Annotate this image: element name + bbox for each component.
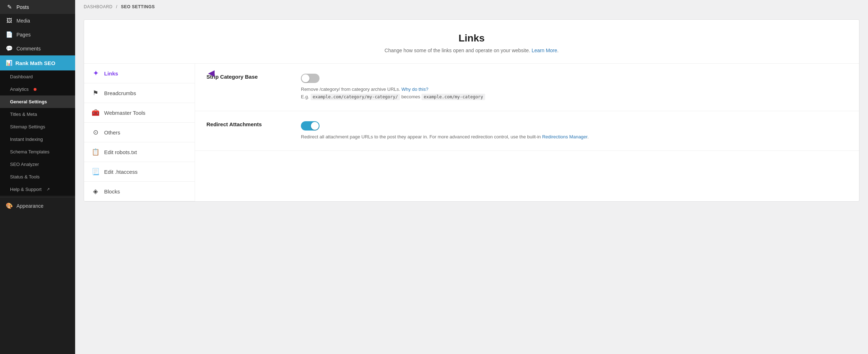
sidebar-item-rank-math[interactable]: 📊 Rank Math SEO	[0, 55, 75, 70]
page-title: Links	[93, 33, 850, 44]
settings-nav-edit-htaccess[interactable]: 📃 Edit .htaccess	[84, 162, 195, 182]
sidebar-item-titles-meta[interactable]: Titles & Meta	[0, 108, 75, 121]
sidebar-item-media[interactable]: 🖼 Media	[0, 14, 75, 28]
settings-nav-blocks[interactable]: ◈ Blocks	[84, 182, 195, 201]
setting-row-redirect-attachments: Redirect Attachments Redirect all attach…	[195, 111, 859, 151]
sidebar-divider	[0, 197, 75, 197]
links-arrow: ◀	[208, 69, 214, 78]
strip-category-label: Strip Category Base	[206, 74, 292, 80]
pages-icon: 📄	[6, 31, 13, 38]
main-content: DASHBOARD / SEO SETTINGS Links Change ho…	[75, 0, 868, 354]
content-wrapper: Links Change how some of the links open …	[75, 14, 868, 354]
strip-category-description: Remove /category/ from category archive …	[301, 86, 848, 101]
strip-category-toggle[interactable]	[301, 74, 320, 83]
media-icon: 🖼	[6, 18, 13, 24]
external-link-icon: ↗	[47, 187, 50, 192]
sidebar-item-help-support[interactable]: Help & Support ↗	[0, 183, 75, 196]
sidebar-item-appearance[interactable]: 🎨 Appearance	[0, 199, 75, 213]
rank-math-icon: 📊	[6, 60, 13, 66]
settings-nav-links[interactable]: ✦ Links ◀	[84, 64, 195, 83]
rank-math-submenu: Dashboard Analytics General Settings ➤ T…	[0, 70, 75, 196]
analytics-badge	[34, 88, 36, 91]
edit-htaccess-icon: 📃	[91, 168, 100, 176]
sidebar: ✎ Posts 🖼 Media 📄 Pages 💬 Comments 📊 Ran…	[0, 0, 75, 354]
page-header: Links Change how some of the links open …	[84, 20, 859, 64]
others-icon: ⊙	[91, 128, 100, 136]
settings-layout: ✦ Links ◀ ⚑ Breadcrumbs 🧰 Webmaster Tool…	[84, 64, 859, 201]
settings-panel: Links Change how some of the links open …	[84, 19, 859, 202]
posts-icon: ✎	[6, 4, 13, 10]
comments-icon: 💬	[6, 45, 13, 52]
redirect-attachments-thumb	[311, 122, 319, 130]
breadcrumb-dashboard[interactable]: DASHBOARD	[84, 4, 113, 9]
strip-category-thumb	[302, 74, 309, 82]
redirections-manager-link[interactable]: Redirections Manager	[542, 134, 587, 139]
sidebar-item-sitemap[interactable]: Sitemap Settings	[0, 121, 75, 133]
redirect-attachments-track	[301, 121, 320, 131]
redirect-attachments-description: Redirect all attachment page URLs to the…	[301, 133, 848, 141]
breadcrumb: DASHBOARD / SEO SETTINGS	[75, 0, 868, 14]
sidebar-item-schema-templates[interactable]: Schema Templates	[0, 146, 75, 158]
settings-content: Strip Category Base Remove /category/ fr…	[195, 64, 859, 201]
links-icon: ✦	[91, 69, 100, 77]
sidebar-item-dashboard[interactable]: Dashboard	[0, 70, 75, 83]
learn-more-link[interactable]: Learn More	[532, 48, 557, 53]
redirect-attachments-label: Redirect Attachments	[206, 121, 292, 127]
breadcrumb-separator: /	[116, 4, 117, 9]
settings-nav-others[interactable]: ⊙ Others	[84, 123, 195, 142]
breadcrumb-current: SEO SETTINGS	[121, 4, 155, 9]
redirect-attachments-toggle[interactable]	[301, 121, 320, 131]
sidebar-item-seo-analyzer[interactable]: SEO Analyzer	[0, 158, 75, 171]
sidebar-item-posts[interactable]: ✎ Posts	[0, 0, 75, 14]
strip-category-link[interactable]: Why do this?	[401, 87, 428, 92]
edit-robots-icon: 📋	[91, 148, 100, 156]
settings-nav-edit-robots[interactable]: 📋 Edit robots.txt	[84, 142, 195, 162]
page-description: Change how some of the links open and op…	[93, 48, 850, 53]
sidebar-item-analytics[interactable]: Analytics	[0, 83, 75, 95]
sidebar-item-instant-indexing[interactable]: Instant Indexing	[0, 133, 75, 146]
settings-nav-webmaster-tools[interactable]: 🧰 Webmaster Tools	[84, 103, 195, 123]
sidebar-item-status-tools[interactable]: Status & Tools	[0, 171, 75, 183]
sidebar-item-pages[interactable]: 📄 Pages	[0, 28, 75, 41]
blocks-icon: ◈	[91, 187, 100, 195]
sidebar-item-comments[interactable]: 💬 Comments	[0, 41, 75, 55]
appearance-icon: 🎨	[6, 202, 13, 209]
settings-nav-breadcrumbs[interactable]: ⚑ Breadcrumbs	[84, 83, 195, 103]
webmaster-tools-icon: 🧰	[91, 109, 100, 117]
sidebar-item-general-settings[interactable]: General Settings ➤	[0, 95, 75, 108]
settings-nav: ✦ Links ◀ ⚑ Breadcrumbs 🧰 Webmaster Tool…	[84, 64, 195, 201]
breadcrumbs-icon: ⚑	[91, 89, 100, 97]
setting-row-strip-category: Strip Category Base Remove /category/ fr…	[195, 64, 859, 111]
strip-category-track	[301, 74, 320, 83]
